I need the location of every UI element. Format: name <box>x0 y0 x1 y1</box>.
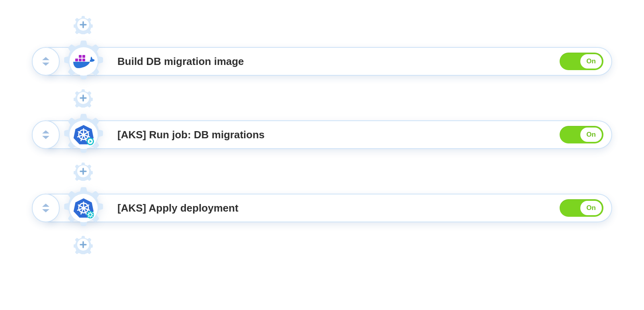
step-icon-holder <box>61 112 106 157</box>
drag-reorder-icon <box>41 203 51 213</box>
pipeline-step: [AKS] Run job: DB migrations On <box>32 111 612 159</box>
drag-handle[interactable] <box>32 194 60 222</box>
docker-icon <box>71 49 96 74</box>
drag-handle[interactable] <box>32 120 60 149</box>
add-step-button[interactable] <box>74 15 93 34</box>
step-bar[interactable]: [AKS] Run job: DB migrations On <box>48 120 612 149</box>
step-enable-toggle[interactable]: On <box>560 199 603 217</box>
step-title: Build DB migration image <box>117 55 560 68</box>
step-icon-holder <box>61 186 106 230</box>
add-step-button[interactable] <box>74 88 93 108</box>
kubernetes-gear-icon <box>72 197 95 219</box>
gear-plus-icon <box>74 235 93 254</box>
gear-plus-icon <box>74 162 93 181</box>
pipeline-step: Build DB migration image On <box>32 37 612 85</box>
add-step-button[interactable] <box>74 235 93 254</box>
step-enable-toggle[interactable]: On <box>560 126 603 143</box>
gear-plus-icon <box>74 15 93 34</box>
step-title: [AKS] Run job: DB migrations <box>117 129 560 141</box>
pipeline-steps-list: Build DB migration image On [AKS] Run jo… <box>32 15 612 254</box>
pipeline-step: [AKS] Apply deployment On <box>32 184 612 232</box>
step-title: [AKS] Apply deployment <box>117 202 560 214</box>
toggle-knob: On <box>580 128 602 142</box>
add-step-button[interactable] <box>74 162 93 181</box>
gear-plus-icon <box>74 88 93 108</box>
drag-handle[interactable] <box>32 47 60 76</box>
step-bar[interactable]: Build DB migration image On <box>48 47 612 76</box>
step-enable-toggle[interactable]: On <box>560 53 603 70</box>
toggle-knob: On <box>580 201 602 215</box>
toggle-knob: On <box>580 54 602 69</box>
kubernetes-play-icon <box>72 124 95 146</box>
step-icon-holder <box>61 39 106 84</box>
drag-reorder-icon <box>41 129 51 140</box>
step-bar[interactable]: [AKS] Apply deployment On <box>48 194 612 222</box>
drag-reorder-icon <box>41 56 51 67</box>
